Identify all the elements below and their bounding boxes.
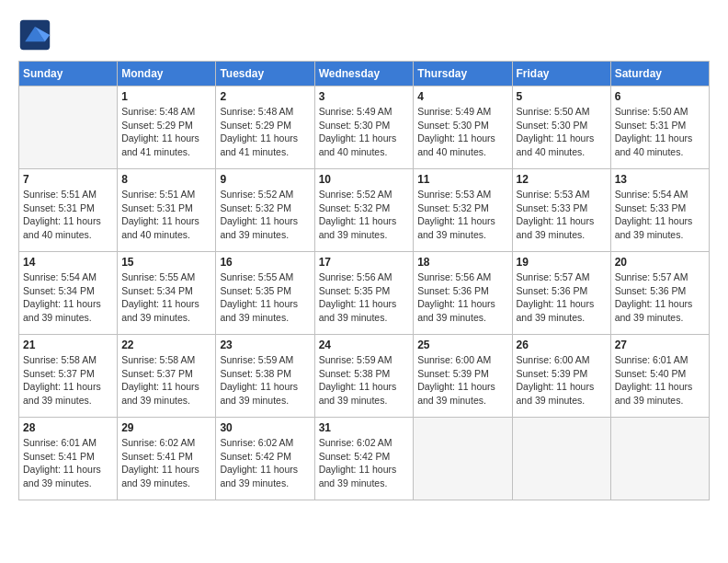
day-info: Sunrise: 5:49 AMSunset: 5:30 PMDaylight:… [319, 105, 410, 159]
day-number: 6 [615, 90, 705, 103]
calendar-cell: 26Sunrise: 6:00 AMSunset: 5:39 PMDayligh… [512, 335, 610, 418]
calendar-cell: 30Sunrise: 6:02 AMSunset: 5:42 PMDayligh… [216, 418, 314, 500]
day-number: 22 [121, 339, 211, 351]
calendar-cell [414, 418, 512, 500]
day-number: 24 [319, 339, 410, 351]
calendar-cell: 15Sunrise: 5:55 AMSunset: 5:34 PMDayligh… [118, 252, 216, 335]
day-number: 5 [517, 90, 607, 103]
day-number: 29 [121, 421, 211, 434]
day-info: Sunrise: 5:52 AMSunset: 5:32 PMDaylight:… [319, 188, 410, 242]
day-number: 9 [220, 173, 310, 186]
day-number: 7 [23, 173, 113, 186]
day-number: 2 [220, 90, 310, 103]
calendar-cell [19, 86, 118, 169]
day-number: 3 [319, 90, 410, 103]
day-info: Sunrise: 6:00 AMSunset: 5:39 PMDaylight:… [517, 353, 607, 408]
calendar-cell: 4Sunrise: 5:49 AMSunset: 5:30 PMDaylight… [414, 86, 512, 169]
calendar-cell: 17Sunrise: 5:56 AMSunset: 5:35 PMDayligh… [314, 252, 414, 335]
calendar-cell: 3Sunrise: 5:49 AMSunset: 5:30 PMDaylight… [314, 86, 414, 169]
logo-icon [18, 18, 51, 52]
logo [18, 18, 53, 52]
day-info: Sunrise: 5:56 AMSunset: 5:36 PMDaylight:… [417, 270, 507, 325]
day-info: Sunrise: 6:01 AMSunset: 5:40 PMDaylight:… [615, 353, 705, 408]
header-monday: Monday [118, 62, 216, 86]
day-number: 16 [220, 256, 310, 269]
calendar-cell: 5Sunrise: 5:50 AMSunset: 5:30 PMDaylight… [512, 86, 610, 169]
calendar-cell: 25Sunrise: 6:00 AMSunset: 5:39 PMDayligh… [414, 335, 512, 418]
calendar-cell: 14Sunrise: 5:54 AMSunset: 5:34 PMDayligh… [19, 252, 118, 335]
header-saturday: Saturday [610, 62, 709, 86]
header-sunday: Sunday [19, 62, 118, 86]
day-number: 27 [615, 339, 705, 351]
day-info: Sunrise: 5:48 AMSunset: 5:29 PMDaylight:… [121, 105, 211, 159]
calendar-cell: 20Sunrise: 5:57 AMSunset: 5:36 PMDayligh… [610, 252, 709, 335]
day-info: Sunrise: 6:02 AMSunset: 5:42 PMDaylight:… [319, 436, 410, 490]
day-info: Sunrise: 5:53 AMSunset: 5:33 PMDaylight:… [517, 188, 607, 242]
day-info: Sunrise: 5:58 AMSunset: 5:37 PMDaylight:… [23, 353, 113, 408]
header-wednesday: Wednesday [314, 62, 414, 86]
calendar-cell: 13Sunrise: 5:54 AMSunset: 5:33 PMDayligh… [610, 169, 709, 252]
day-info: Sunrise: 6:00 AMSunset: 5:39 PMDaylight:… [417, 353, 507, 408]
day-info: Sunrise: 5:59 AMSunset: 5:38 PMDaylight:… [319, 353, 410, 408]
day-number: 8 [121, 173, 211, 186]
calendar-cell: 9Sunrise: 5:52 AMSunset: 5:32 PMDaylight… [216, 169, 314, 252]
week-row-1: 1Sunrise: 5:48 AMSunset: 5:29 PMDaylight… [19, 86, 710, 169]
day-number: 23 [220, 339, 310, 351]
day-info: Sunrise: 6:02 AMSunset: 5:41 PMDaylight:… [121, 436, 211, 490]
calendar-cell: 8Sunrise: 5:51 AMSunset: 5:31 PMDaylight… [118, 169, 216, 252]
day-info: Sunrise: 5:53 AMSunset: 5:32 PMDaylight:… [417, 188, 507, 242]
day-number: 20 [615, 256, 705, 269]
day-number: 18 [417, 256, 507, 269]
day-info: Sunrise: 5:48 AMSunset: 5:29 PMDaylight:… [220, 105, 310, 159]
day-number: 4 [417, 90, 507, 103]
calendar-cell: 16Sunrise: 5:55 AMSunset: 5:35 PMDayligh… [216, 252, 314, 335]
day-info: Sunrise: 5:49 AMSunset: 5:30 PMDaylight:… [417, 105, 507, 159]
day-number: 14 [23, 256, 113, 269]
calendar-cell: 22Sunrise: 5:58 AMSunset: 5:37 PMDayligh… [118, 335, 216, 418]
day-info: Sunrise: 5:59 AMSunset: 5:38 PMDaylight:… [220, 353, 310, 408]
day-number: 28 [23, 421, 113, 434]
calendar-cell: 1Sunrise: 5:48 AMSunset: 5:29 PMDaylight… [118, 86, 216, 169]
calendar-cell: 2Sunrise: 5:48 AMSunset: 5:29 PMDaylight… [216, 86, 314, 169]
day-info: Sunrise: 5:54 AMSunset: 5:33 PMDaylight:… [615, 188, 705, 242]
day-number: 31 [319, 421, 410, 434]
day-number: 19 [517, 256, 607, 269]
calendar-cell: 21Sunrise: 5:58 AMSunset: 5:37 PMDayligh… [19, 335, 118, 418]
week-row-5: 28Sunrise: 6:01 AMSunset: 5:41 PMDayligh… [19, 418, 710, 500]
day-number: 26 [517, 339, 607, 351]
day-info: Sunrise: 5:50 AMSunset: 5:30 PMDaylight:… [517, 105, 607, 159]
day-number: 12 [517, 173, 607, 186]
calendar-table: Sunday Monday Tuesday Wednesday Thursday… [18, 61, 710, 500]
calendar-cell: 23Sunrise: 5:59 AMSunset: 5:38 PMDayligh… [216, 335, 314, 418]
calendar-cell: 18Sunrise: 5:56 AMSunset: 5:36 PMDayligh… [414, 252, 512, 335]
day-info: Sunrise: 5:52 AMSunset: 5:32 PMDaylight:… [220, 188, 310, 242]
week-row-4: 21Sunrise: 5:58 AMSunset: 5:37 PMDayligh… [19, 335, 710, 418]
calendar-cell: 31Sunrise: 6:02 AMSunset: 5:42 PMDayligh… [314, 418, 414, 500]
calendar-cell: 7Sunrise: 5:51 AMSunset: 5:31 PMDaylight… [19, 169, 118, 252]
calendar-header-row: Sunday Monday Tuesday Wednesday Thursday… [19, 62, 710, 86]
calendar-cell: 28Sunrise: 6:01 AMSunset: 5:41 PMDayligh… [19, 418, 118, 500]
week-row-3: 14Sunrise: 5:54 AMSunset: 5:34 PMDayligh… [19, 252, 710, 335]
day-number: 21 [23, 339, 113, 351]
calendar-cell: 24Sunrise: 5:59 AMSunset: 5:38 PMDayligh… [314, 335, 414, 418]
day-info: Sunrise: 6:01 AMSunset: 5:41 PMDaylight:… [23, 436, 113, 490]
calendar-cell: 12Sunrise: 5:53 AMSunset: 5:33 PMDayligh… [512, 169, 610, 252]
calendar-cell [610, 418, 709, 500]
day-info: Sunrise: 6:02 AMSunset: 5:42 PMDaylight:… [220, 436, 310, 490]
calendar-cell: 29Sunrise: 6:02 AMSunset: 5:41 PMDayligh… [118, 418, 216, 500]
day-info: Sunrise: 5:57 AMSunset: 5:36 PMDaylight:… [615, 270, 705, 325]
day-info: Sunrise: 5:58 AMSunset: 5:37 PMDaylight:… [121, 353, 211, 408]
header-thursday: Thursday [414, 62, 512, 86]
page-header [18, 18, 710, 52]
day-number: 17 [319, 256, 410, 269]
day-number: 15 [121, 256, 211, 269]
day-info: Sunrise: 5:55 AMSunset: 5:34 PMDaylight:… [121, 270, 211, 325]
day-number: 25 [417, 339, 507, 351]
header-tuesday: Tuesday [216, 62, 314, 86]
day-number: 11 [417, 173, 507, 186]
calendar-cell: 19Sunrise: 5:57 AMSunset: 5:36 PMDayligh… [512, 252, 610, 335]
day-info: Sunrise: 5:56 AMSunset: 5:35 PMDaylight:… [319, 270, 410, 325]
day-number: 10 [319, 173, 410, 186]
day-info: Sunrise: 5:57 AMSunset: 5:36 PMDaylight:… [517, 270, 607, 325]
header-friday: Friday [512, 62, 610, 86]
